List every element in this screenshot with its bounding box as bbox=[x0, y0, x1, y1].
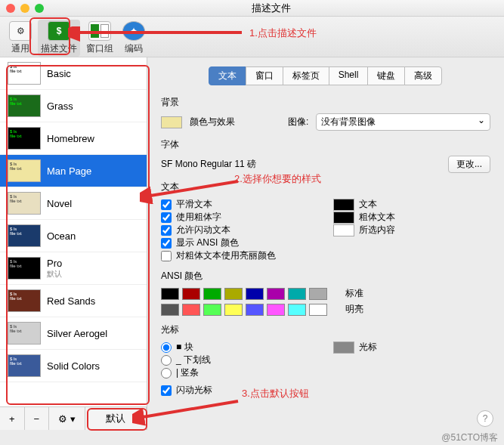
ansi-swatch[interactable] bbox=[246, 288, 264, 300]
ansi-swatch[interactable] bbox=[182, 288, 200, 300]
ansi-swatch[interactable] bbox=[182, 304, 200, 316]
remove-profile-button[interactable]: − bbox=[25, 407, 50, 430]
tab-1[interactable]: 窗口 bbox=[246, 66, 283, 85]
ansi-swatch[interactable] bbox=[224, 288, 243, 300]
text-color-row: 文本 bbox=[333, 198, 490, 211]
profile-item-novel[interactable]: $ lsfile txtNovel bbox=[0, 187, 147, 220]
profile-item-pro[interactable]: $ lsfile txtPro默认 bbox=[0, 252, 147, 285]
profile-thumb: $ lsfile txt bbox=[8, 192, 41, 215]
cursor-swatch[interactable] bbox=[333, 341, 354, 354]
profile-thumb: $ lsfile txt bbox=[8, 94, 41, 117]
profile-name: Red Sands bbox=[47, 295, 95, 307]
bg-image-label: 图像: bbox=[288, 116, 308, 128]
blink-cursor-label: 闪动光标 bbox=[176, 384, 212, 397]
ansi-swatch[interactable] bbox=[309, 288, 327, 300]
ansi-swatch[interactable] bbox=[161, 288, 179, 300]
toolbar-encoding[interactable]: ✦ 编码 bbox=[119, 20, 148, 57]
titlebar: 描述文件 bbox=[0, 0, 504, 17]
profile-name: Grass bbox=[47, 100, 73, 112]
profile-item-manpage[interactable]: $ lsfile txtMan Page bbox=[0, 155, 147, 187]
ansi-swatch[interactable] bbox=[267, 304, 285, 316]
tab-2[interactable]: 标签页 bbox=[283, 66, 329, 85]
minimize-button[interactable] bbox=[20, 4, 29, 13]
text-color-row: 粗体文本 bbox=[333, 211, 490, 224]
zoom-button[interactable] bbox=[35, 4, 44, 13]
profile-thumb: $ lsfile txt bbox=[8, 257, 41, 280]
profile-sidebar: $ lsfile txtBasic$ lsfile txtGrass$ lsfi… bbox=[0, 57, 147, 430]
profile-name: Pro bbox=[47, 258, 62, 269]
bg-section: 背景 bbox=[161, 96, 490, 109]
profile-thumb: $ lsfile txt bbox=[8, 354, 41, 377]
tab-5[interactable]: 高级 bbox=[404, 66, 442, 85]
profile-item-solid[interactable]: $ lsfile txtSolid Colors bbox=[0, 350, 147, 382]
text-check[interactable]: 显示 ANSI 颜色 bbox=[161, 236, 318, 249]
profile-item-redsands[interactable]: $ lsfile txtRed Sands bbox=[0, 285, 147, 317]
profile-thumb: $ lsfile txt bbox=[8, 62, 41, 85]
help-button[interactable]: ? bbox=[477, 410, 493, 427]
bg-image-select[interactable]: 没有背景图像 bbox=[316, 113, 490, 131]
profile-name: Ocean bbox=[47, 230, 76, 242]
ansi-swatch[interactable] bbox=[246, 304, 264, 316]
ansi-swatch[interactable] bbox=[288, 304, 306, 316]
cursor-radio[interactable]: _ 下划线 bbox=[161, 354, 318, 366]
settings-tabs: 文本窗口标签页Shell键盘高级 bbox=[161, 66, 490, 85]
cursor-section: 光标 bbox=[161, 323, 490, 336]
close-button[interactable] bbox=[6, 4, 15, 13]
ansi-label: 明亮 bbox=[345, 303, 363, 316]
bg-color-swatch[interactable] bbox=[161, 116, 182, 128]
watermark: @51CTO博客 bbox=[441, 430, 498, 445]
profile-name: Homebrew bbox=[47, 133, 94, 144]
profile-item-grass[interactable]: $ lsfile txtGrass bbox=[0, 90, 147, 122]
font-section: 字体 bbox=[161, 138, 490, 151]
add-profile-button[interactable]: + bbox=[0, 407, 25, 430]
profile-item-homebrew[interactable]: $ lsfile txtHomebrew bbox=[0, 122, 147, 155]
ansi-swatch[interactable] bbox=[267, 288, 285, 300]
text-section: 文本 bbox=[161, 181, 490, 193]
profile-item-ocean[interactable]: $ lsfile txtOcean bbox=[0, 220, 147, 252]
bg-color-label: 颜色与效果 bbox=[190, 116, 235, 128]
ansi-swatch[interactable] bbox=[224, 304, 243, 316]
set-default-button[interactable]: 默认 bbox=[85, 407, 147, 430]
color-swatch[interactable] bbox=[333, 224, 354, 236]
profile-list[interactable]: $ lsfile txtBasic$ lsfile txtGrass$ lsfi… bbox=[0, 57, 147, 406]
profile-name: Silver Aerogel bbox=[47, 328, 107, 339]
change-font-button[interactable]: 更改... bbox=[448, 156, 490, 173]
profile-name: Novel bbox=[47, 198, 72, 209]
blink-cursor-checkbox[interactable] bbox=[161, 385, 172, 396]
profile-actions-button[interactable]: ⚙︎ ▾ bbox=[49, 407, 85, 430]
color-swatch[interactable] bbox=[333, 199, 354, 211]
ansi-section: ANSI 颜色 bbox=[161, 270, 490, 283]
window-group-icon bbox=[88, 21, 111, 41]
text-check[interactable]: 允许闪动文本 bbox=[161, 224, 318, 236]
ansi-swatch[interactable] bbox=[203, 288, 221, 300]
profile-name: Solid Colors bbox=[47, 360, 100, 372]
text-check[interactable]: 平滑文本 bbox=[161, 198, 318, 211]
ansi-swatch[interactable] bbox=[203, 304, 221, 316]
text-check[interactable]: 使用粗体字 bbox=[161, 211, 318, 224]
toolbar-profiles[interactable]: $ 描述文件 bbox=[38, 20, 80, 57]
ansi-swatch[interactable] bbox=[309, 304, 327, 316]
text-color-row: 所选内容 bbox=[333, 224, 490, 236]
cursor-radio[interactable]: | 竖条 bbox=[161, 366, 318, 379]
profile-item-silver[interactable]: $ lsfile txtSilver Aerogel bbox=[0, 317, 147, 350]
font-current: SF Mono Regular 11 磅 bbox=[161, 158, 441, 171]
profile-thumb: $ lsfile txt bbox=[8, 224, 41, 247]
tab-3[interactable]: Shell bbox=[329, 66, 369, 85]
profile-thumb: $ lsfile txt bbox=[8, 289, 41, 312]
toolbar: ⚙︎ 通用 $ 描述文件 窗口组 ✦ 编码 bbox=[0, 17, 504, 57]
color-swatch[interactable] bbox=[333, 212, 354, 224]
toolbar-general[interactable]: ⚙︎ 通用 bbox=[6, 20, 35, 57]
tab-0[interactable]: 文本 bbox=[209, 66, 246, 85]
ansi-label: 标准 bbox=[345, 287, 363, 300]
profile-item-basic[interactable]: $ lsfile txtBasic bbox=[0, 57, 147, 90]
ansi-swatch[interactable] bbox=[288, 288, 306, 300]
text-check[interactable]: 对粗体文本使用亮丽颜色 bbox=[161, 249, 318, 262]
toolbar-groups[interactable]: 窗口组 bbox=[83, 20, 116, 57]
tab-4[interactable]: 键盘 bbox=[367, 66, 405, 85]
profile-thumb: $ lsfile txt bbox=[8, 159, 41, 182]
ansi-swatch[interactable] bbox=[161, 304, 179, 316]
profile-name: Man Page bbox=[47, 165, 91, 177]
profile-thumb: $ lsfile txt bbox=[8, 322, 41, 345]
cursor-radio[interactable]: ■ 块 bbox=[161, 341, 318, 354]
settings-panel: 文本窗口标签页Shell键盘高级 背景 颜色与效果 图像: 没有背景图像 字体 … bbox=[147, 57, 504, 430]
